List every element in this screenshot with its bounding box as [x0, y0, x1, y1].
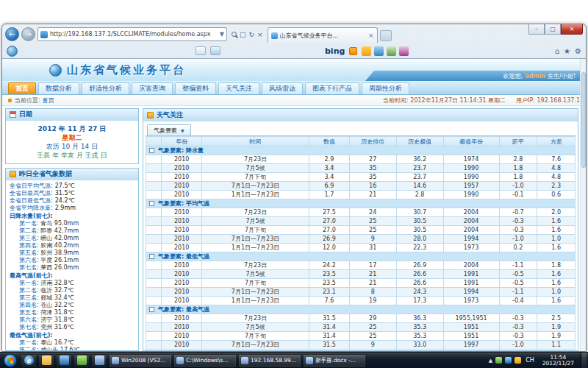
column-header[interactable]: 历史排位 — [349, 137, 396, 146]
browser-assistant-icon[interactable] — [7, 46, 18, 57]
table-row[interactable]: 20101月1日—7月23日12.03122.319730.21.6 — [146, 244, 576, 252]
toolbar-icon-1[interactable] — [362, 46, 371, 56]
nav-item-8[interactable]: 图表下行产品 — [305, 82, 359, 94]
tab-close-icon[interactable]: × — [368, 32, 374, 39]
table-cell: 2010 — [162, 261, 202, 270]
table-cell: 1.8 — [499, 164, 537, 173]
breadcrumb-value[interactable]: 首页 — [43, 96, 54, 105]
table-group-row[interactable]: 气象要素: 最低气温 — [146, 252, 576, 261]
scrollbar-thumb[interactable] — [581, 72, 586, 168]
table-row[interactable]: 20107月23日27.52430.72004-0.72.0 — [146, 208, 576, 217]
maximize-button[interactable]: □ — [545, 24, 561, 35]
taskbar-app1-icon[interactable] — [74, 354, 90, 367]
element-filter-button[interactable]: 气象要素 ▼ — [147, 124, 191, 135]
table-row[interactable]: 20107月1日—7月23日23.1824.31994-1.11.0 — [146, 288, 576, 297]
table-row[interactable]: 20107月5候3.43523.719901.84.8 — [146, 164, 576, 173]
favorites-icon[interactable]: ★ — [564, 47, 570, 55]
minimize-button[interactable]: – — [528, 24, 545, 35]
tray-antivirus-icon[interactable] — [495, 357, 502, 364]
new-tab-button[interactable] — [380, 30, 392, 41]
table-row[interactable]: 20107月1日—7月23日26.9928.01994-1.01.0 — [146, 235, 576, 244]
column-header[interactable]: 年份 — [162, 137, 202, 146]
tray-expand-icon[interactable]: ▲ — [489, 358, 492, 364]
taskbar-explorer-icon[interactable] — [38, 354, 54, 367]
nav-item-1[interactable]: 首页 — [8, 82, 36, 94]
group-checkbox[interactable] — [149, 201, 154, 206]
show-desktop-button[interactable] — [581, 353, 587, 368]
table-row[interactable]: 20107月5候27.02530.52004-0.31.6 — [146, 217, 576, 226]
toolbar-icon-3[interactable] — [387, 46, 396, 56]
settings-gear-icon[interactable]: ⚙ — [575, 47, 581, 55]
group-checkbox[interactable] — [149, 254, 154, 259]
nav-item-5[interactable]: 整编资料 — [175, 82, 216, 94]
table-row[interactable]: 20101月1日—7月23日1.7212.81990-0.10.6 — [146, 191, 576, 199]
nav-item-4[interactable]: 灾害查询 — [132, 82, 173, 94]
tray-network-icon[interactable] — [505, 357, 512, 364]
column-header[interactable]: 距平 — [499, 137, 537, 146]
table-row[interactable]: 20107月23日31.52936.31955,1951-0.32.5 — [146, 314, 576, 323]
column-header[interactable]: 时间 — [202, 137, 309, 146]
address-dropdown-icon[interactable]: ▼ — [220, 31, 224, 38]
row-expander-cell — [146, 244, 162, 252]
table-row[interactable]: 20101月1日—7月23日7.61917.31973-0.41.6 — [146, 297, 576, 305]
taskbar-window-button-1[interactable]: Win2008 (VS2... — [109, 354, 172, 367]
column-header[interactable]: 方差 — [537, 137, 576, 146]
taskbar-clock[interactable]: 11:54 2012/11/27 — [539, 355, 578, 367]
column-header[interactable]: 历史极值 — [396, 137, 443, 146]
table-group-row[interactable]: 气象要素: 最高气温 — [146, 305, 576, 314]
language-indicator[interactable]: CH — [524, 357, 536, 364]
table-row[interactable]: 20107月23日2.92736.219742.87.6 — [146, 155, 576, 164]
browser-back-button[interactable]: ← — [5, 27, 19, 41]
taskbar-app2-icon[interactable] — [91, 354, 107, 367]
message-icon[interactable] — [210, 46, 220, 55]
nav-item-7[interactable]: 风场雷达 — [262, 82, 303, 94]
nav-item-3[interactable]: 舒适性分析 — [82, 82, 129, 94]
taskbar-media-player-icon[interactable] — [56, 354, 72, 367]
compatibility-icon[interactable]: □ — [240, 31, 246, 38]
column-header[interactable]: 极值年份 — [443, 137, 499, 146]
group-header-cell[interactable]: 气象要素: 最高气温 — [146, 305, 576, 314]
table-group-row[interactable]: 气象要素: 平均气温 — [146, 199, 576, 208]
table-group-row[interactable]: 气象要素: 降水量 — [146, 146, 576, 155]
bing-button-icon[interactable] — [349, 47, 357, 55]
taskbar-ie-icon[interactable]: e — [21, 354, 37, 367]
group-header-cell[interactable]: 气象要素: 降水量 — [146, 146, 576, 155]
close-button[interactable]: × — [561, 24, 583, 35]
nav-item-6[interactable]: 天气关注 — [218, 82, 259, 94]
column-header[interactable]: 数值 — [309, 137, 350, 146]
tray-volume-icon[interactable] — [514, 357, 521, 364]
table-row[interactable]: 20107月下旬3.43523.719901.84.8 — [146, 173, 576, 182]
nav-item-9[interactable]: 周期性分析 — [362, 82, 409, 94]
table-row[interactable]: 20107月5候31.42535.31951-0.31.9 — [146, 323, 576, 332]
toolbar-icon-4[interactable] — [399, 46, 409, 56]
stop-icon[interactable]: × — [257, 31, 263, 38]
group-header-cell[interactable]: 气象要素: 平均气温 — [146, 199, 576, 208]
table-row[interactable]: 20101月1日—7月23日17.82123.91973-0.21.4 — [146, 350, 576, 351]
group-checkbox[interactable] — [149, 148, 154, 153]
table-row[interactable]: 20107月23日24.21726.92004-1.11.8 — [146, 261, 576, 270]
refresh-icon[interactable]: ↻ — [249, 31, 255, 38]
address-bar[interactable]: http://192.168.137.1/SLCCLIMATE/modules/… — [37, 27, 227, 41]
table-row[interactable]: 20107月下旬23.52126.61991-0.51.6 — [146, 279, 576, 288]
taskbar-window-button-2[interactable]: C:\Windows\s... — [173, 354, 237, 367]
start-button[interactable] — [1, 353, 19, 368]
bing-logo[interactable]: bing — [325, 46, 345, 56]
table-row[interactable]: 20107月5候23.52126.61991-0.51.6 — [146, 270, 576, 279]
table-row[interactable]: 20107月1日—7月23日6.91614.61957-1.02.3 — [146, 182, 576, 191]
browser-forward-button[interactable]: → — [21, 27, 35, 41]
table-row[interactable]: 20107月1日—7月23日31.5933.01997-1.01.1 — [146, 341, 576, 350]
group-header-cell[interactable]: 气象要素: 最低气温 — [146, 252, 576, 261]
toolbar-icon-2[interactable] — [374, 46, 384, 56]
home-icon[interactable]: ⌂ — [555, 47, 559, 55]
search-icon[interactable] — [232, 32, 237, 37]
taskbar-window-button-3[interactable]: 192.168.58.99... — [238, 354, 301, 367]
group-checkbox[interactable] — [149, 307, 154, 312]
browser-tab[interactable]: 山东省气候业务平台... × — [268, 27, 378, 43]
table-row[interactable]: 20107月下旬31.42535.31951-0.31.9 — [146, 332, 576, 341]
page-scrollbar[interactable] — [580, 59, 586, 351]
nav-item-2[interactable]: 数据分析 — [38, 82, 79, 94]
mail-icon[interactable] — [196, 46, 206, 55]
table-cell: 24.2 — [309, 261, 350, 270]
taskbar-window-button-4[interactable]: 新手册.docx -... — [303, 354, 366, 367]
table-row[interactable]: 20107月下旬27.02530.52004-0.31.6 — [146, 226, 576, 235]
